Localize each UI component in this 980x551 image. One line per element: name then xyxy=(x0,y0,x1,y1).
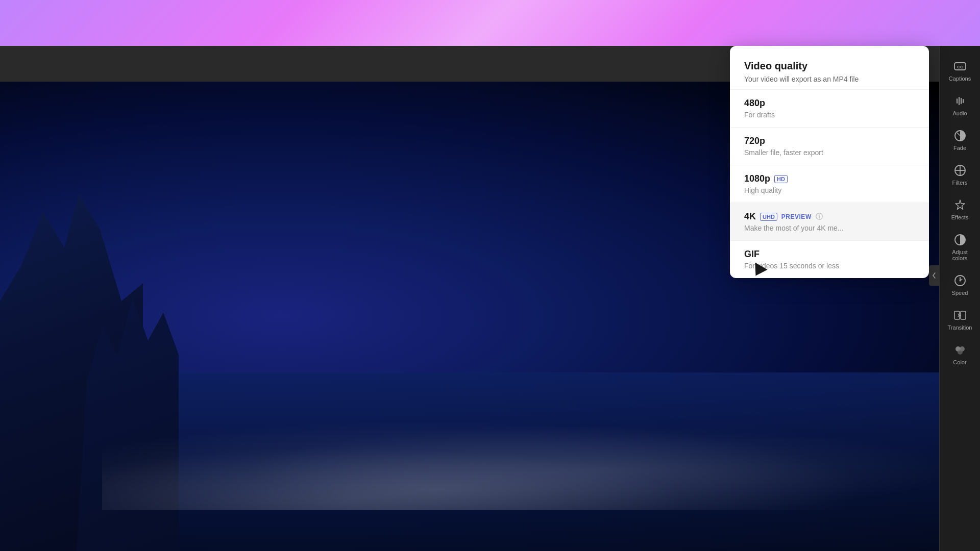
sidebar-item-effects[interactable]: Effects xyxy=(942,193,978,226)
filters-icon xyxy=(953,163,967,178)
fade-icon xyxy=(953,129,967,143)
filters-label: Filters xyxy=(952,180,968,186)
quality-name-row-4k: 4K UHD PREVIEW ⓘ xyxy=(744,211,915,222)
fade-label: Fade xyxy=(953,145,966,151)
quality-item-1080p[interactable]: 1080p HD High quality xyxy=(730,165,929,203)
quality-1080p-desc: High quality xyxy=(744,186,915,194)
svg-text:CC: CC xyxy=(957,65,963,69)
dropdown-header: Video quality Your video will export as … xyxy=(730,60,929,89)
quality-720p-desc: Smaller file, faster export xyxy=(744,148,915,157)
effects-label: Effects xyxy=(951,214,968,220)
quality-item-4k[interactable]: 4K UHD PREVIEW ⓘ Make the most of your 4… xyxy=(730,203,929,240)
transition-icon xyxy=(953,308,967,322)
quality-name-row-1080p: 1080p HD xyxy=(744,173,915,184)
svg-point-14 xyxy=(958,349,963,355)
sidebar-item-captions[interactable]: CC Captions xyxy=(942,54,978,87)
hd-badge: HD xyxy=(774,175,788,183)
quality-gif-name: GIF xyxy=(744,249,760,260)
audio-label: Audio xyxy=(952,110,967,116)
effects-icon xyxy=(953,198,967,212)
color-icon xyxy=(953,343,967,357)
adjust-colors-icon xyxy=(953,233,967,247)
captions-label: Captions xyxy=(949,76,971,82)
quality-item-720p[interactable]: 720p Smaller file, faster export xyxy=(730,127,929,165)
quality-4k-desc: Make the most of your 4K me... xyxy=(744,224,915,232)
svg-point-9 xyxy=(959,280,961,282)
quality-720p-name: 720p xyxy=(744,136,765,146)
waves-layer xyxy=(102,408,939,510)
speed-icon xyxy=(953,273,967,288)
sidebar-item-filters[interactable]: Filters xyxy=(942,158,978,191)
export-quality-dropdown: Video quality Your video will export as … xyxy=(730,46,929,278)
sidebar-item-color[interactable]: Color xyxy=(942,338,978,370)
info-icon[interactable]: ⓘ xyxy=(816,212,823,221)
quality-name-row-480p: 480p xyxy=(744,98,915,109)
cc-icon: CC xyxy=(953,59,967,73)
color-label: Color xyxy=(953,359,966,365)
preview-badge: PREVIEW xyxy=(781,213,812,220)
uhd-badge: UHD xyxy=(760,213,777,221)
quality-name-row-gif: GIF xyxy=(744,249,915,260)
sidebar-item-adjust-colors[interactable]: Adjust colors xyxy=(942,228,978,266)
quality-gif-desc: For videos 15 seconds or less xyxy=(744,262,915,270)
right-sidebar: CC Captions Audio Fade xyxy=(939,46,980,551)
sidebar-collapse-button[interactable] xyxy=(929,265,939,286)
sidebar-item-fade[interactable]: Fade xyxy=(942,123,978,156)
sidebar-item-audio[interactable]: Audio xyxy=(942,89,978,121)
sidebar-item-transition[interactable]: Transition xyxy=(942,303,978,336)
audio-icon xyxy=(953,94,967,108)
dropdown-title: Video quality xyxy=(744,60,915,72)
quality-480p-name: 480p xyxy=(744,98,765,109)
svg-rect-11 xyxy=(961,311,966,319)
speed-label: Speed xyxy=(952,290,968,296)
quality-name-row-720p: 720p xyxy=(744,136,915,146)
dropdown-subtitle: Your video will export as an MP4 file xyxy=(744,75,915,83)
quality-4k-name: 4K xyxy=(744,211,756,222)
transition-label: Transition xyxy=(948,324,972,331)
adjust-colors-label: Adjust colors xyxy=(946,249,974,261)
quality-480p-desc: For drafts xyxy=(744,111,915,119)
quality-item-480p[interactable]: 480p For drafts xyxy=(730,89,929,127)
top-gradient-bar xyxy=(0,0,980,46)
sidebar-item-speed[interactable]: Speed xyxy=(942,268,978,301)
quality-1080p-name: 1080p xyxy=(744,173,770,184)
